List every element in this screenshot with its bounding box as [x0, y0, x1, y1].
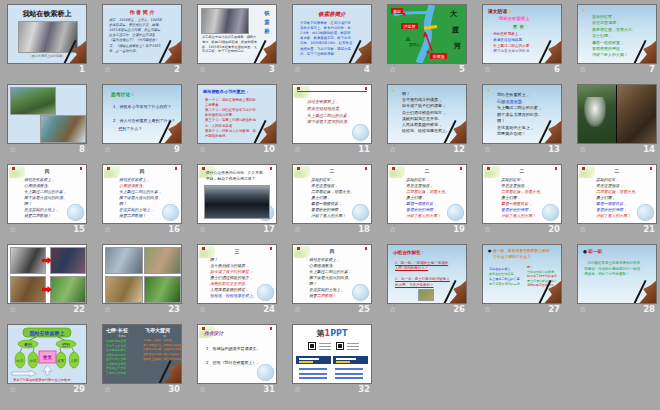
transition-star-icon[interactable]: ☆ [104, 226, 111, 234]
slide-thumbnail-26[interactable]: 小组合作探究：1、想一想：“英雄的土地”“英雄的人民”各指的是什么？ 2、说一说… [388, 245, 466, 303]
transition-star-icon[interactable]: ☆ [579, 146, 586, 154]
slide-thumbnail-9[interactable]: 思考讨论：1、诗歌各小节各写了什么内容？ 2、诗人站在铁索桥上看到了什么？ 想到… [103, 85, 181, 143]
slide-cell-21[interactable]: 二英雄的红军，曾在这里强渡，高举着红旗，迎着火光。勇士们哪，攀着一根根铁索，冒着… [578, 165, 656, 236]
transition-star-icon[interactable]: ☆ [9, 306, 16, 314]
slide-cell-23[interactable]: ☆23 [103, 245, 181, 316]
slide-thumbnail-17[interactable]: 是什么让作者内心澎湃，久久不能平静，触动了作者心海之波？ [198, 165, 276, 223]
slide-cell-2[interactable]: 作 者 简 介顾工，1928年生，上海人。1945年参加新四军，曾任报社记者、编… [103, 5, 181, 76]
slide-text-line: 涌激荡，唱出了心中的赞歌！ [584, 272, 640, 278]
transition-star-icon[interactable]: ☆ [104, 66, 111, 74]
transition-star-icon[interactable]: ☆ [9, 386, 16, 394]
transition-star-icon[interactable]: ☆ [199, 226, 206, 234]
slide-cell-8[interactable]: ☆8 [8, 85, 86, 156]
transition-star-icon[interactable]: ☆ [484, 146, 491, 154]
slide-thumbnail-20[interactable]: 二英雄的红军，曾在这里强渡，高举着红旗，迎着火光。勇士们哪，攀着一根根铁索，冒着… [483, 165, 561, 223]
slide-cell-1[interactable]: 我站在铁索桥上（图为大渡河上的泸定桥）1 [8, 5, 86, 76]
transition-star-icon[interactable]: ☆ [294, 386, 301, 394]
slide-cell-17[interactable]: 是什么让作者内心澎湃，久久不能平静，触动了作者心海之波？☆17 [198, 165, 276, 236]
slide-footer: ☆20 [483, 223, 561, 236]
slide-cell-28[interactable]: ● 听一听 我们被红军勇士英勇无畏的精神深深感动，作者的心潮也和我们一样汹涌激荡… [578, 245, 656, 316]
slide-cell-26[interactable]: 小组合作探究：1、想一想：“英雄的土地”“英雄的人民”各指的是什么？ 2、说一说… [388, 245, 466, 316]
transition-star-icon[interactable]: ☆ [104, 146, 111, 154]
slide-thumbnail-21[interactable]: 二英雄的红军，曾在这里强渡，高举着红旗，迎着火光。勇士们哪，攀着一根根铁索，冒着… [578, 165, 656, 223]
slide-thumbnail-11[interactable]: 一我站在铁索桥上，桥身在轻轻地摇晃。头上飘过二郎山的云雾，脚下滚着大渡河的白浪。 [293, 85, 371, 143]
slide-thumbnail-31[interactable]: 作业设计1、有感情的朗读并背诵课文。 2、仿写《我站在铁索桥上》。 [198, 325, 276, 383]
slide-thumbnail-8[interactable] [8, 85, 86, 143]
slide-thumbnail-29[interactable]: 我站在铁索桥上看到想到白云白浪红军人民赞美表达了对英雄的赞美和对美好生活的热爱。 [8, 325, 86, 383]
slide-cell-15[interactable]: 四我站在铁索桥上，心潮汹涌激荡。头上飘过二郎山的云雾，脚下滚着大渡河的白浪。啊！… [8, 165, 86, 236]
slide-cell-20[interactable]: 二英雄的红军，曾在这里强渡，高举着红旗，迎着火光。勇士们哪，攀着一根根铁索，冒着… [483, 165, 561, 236]
slide-cell-29[interactable]: 我站在铁索桥上看到想到白云白浪红军人民赞美表达了对英雄的赞美和对美好生活的热爱。… [8, 325, 86, 396]
slide-cell-4[interactable]: 铁索桥简介泸定桥又叫铁索桥，在四川省泸定县的大渡河上。桥长约100米，宽2.8米… [293, 5, 371, 76]
slide-thumbnail-15[interactable]: 四我站在铁索桥上，心潮汹涌激荡。头上飘过二郎山的云雾，脚下滚着大渡河的白浪。啊！… [8, 165, 86, 223]
slide-cell-13[interactable]: ★我站在铁索桥上，心潮汹涌激荡。头上飘过二郎山的云雾，脚下滚着大渡河的白浪。啊！… [483, 85, 561, 156]
slide-thumbnail-14[interactable] [578, 85, 656, 143]
transition-star-icon[interactable]: ☆ [294, 226, 301, 234]
transition-star-icon[interactable]: ☆ [9, 226, 16, 234]
slide-cell-19[interactable]: 二英雄的红军，曾在这里强渡，高举着红旗，迎着火光。勇士们哪，攀着一根根铁索，冒着… [388, 165, 466, 236]
slide-cell-9[interactable]: 思考讨论：1、诗歌各小节各写了什么内容？ 2、诗人站在铁索桥上看到了什么？ 想到… [103, 85, 181, 156]
hand-with-brush-image [636, 279, 656, 303]
transition-star-icon[interactable]: ☆ [579, 226, 586, 234]
slide-thumbnail-1[interactable]: 我站在铁索桥上（图为大渡河上的泸定桥） [8, 5, 86, 63]
slide-thumbnail-16[interactable]: 四我站在铁索桥上，心潮汹涌激荡。头上飘过二郎山的云雾，脚下滚着大渡河的白浪。啊！… [103, 165, 181, 223]
slide-thumbnail-22[interactable] [8, 245, 86, 303]
slide-thumbnail-3[interactable]: 铁索桥泸定桥位于四川省泸定县城西，横跨大渡河，桥由13根铁链组成，桥面铺着木板。… [198, 5, 276, 63]
transition-star-icon[interactable]: ☆ [199, 306, 206, 314]
transition-star-icon[interactable]: ☆ [199, 146, 206, 154]
slide-cell-6[interactable]: 课文朗读 ★我站在铁索桥上赏 析· 我站在铁索桥上，· 桥身在轻轻地摇晃。· 头… [483, 5, 561, 76]
slide-text-line: 湍急。1935年5月29日，红军长征 [300, 41, 352, 46]
slide-cell-24[interactable]: 三啊！当年激烈战斗的楼房，如今成了孩子们的课堂；勇士们洒过鲜血的地方，满树的梨花… [198, 245, 276, 316]
slide-cell-11[interactable]: 一我站在铁索桥上，桥身在轻轻地摇晃。头上飘过二郎山的云雾，脚下滚着大渡河的白浪。… [293, 85, 371, 156]
slide-thumbnail-6[interactable]: 课文朗读 ★我站在铁索桥上赏 析· 我站在铁索桥上，· 桥身在轻轻地摇晃。· 头… [483, 5, 561, 63]
slide-cell-7[interactable]: ★英雄的红军，曾在这里强渡，高举着红旗，迎着火光。勇士们哪，攀着一根根铁索，冒着… [578, 5, 656, 76]
slide-thumbnail-10[interactable]: 概括诗歌各小节的意思：第一小节：写站在铁索桥上看到的美丽景象。第二小节：回忆红军… [198, 85, 276, 143]
slide-cell-32[interactable]: 第1PPT☆32 [293, 325, 371, 396]
slide-cell-18[interactable]: 二英雄的红军，曾在这里强渡，高举着红旗，迎着火光。勇士们哪，攀着一根根铁索，冒着… [293, 165, 371, 236]
slide-cell-16[interactable]: 四我站在铁索桥上，心潮汹涌激荡。头上飘过二郎山的云雾，脚下滚着大渡河的白浪。啊！… [103, 165, 181, 236]
slide-thumbnail-24[interactable]: 三啊！当年激烈战斗的楼房，如今成了孩子们的课堂；勇士们洒过鲜血的地方，满树的梨花… [198, 245, 276, 303]
slide-thumbnail-28[interactable]: ● 听一听 我们被红军勇士英勇无畏的精神深深感动，作者的心潮也和我们一样汹涌激荡… [578, 245, 656, 303]
slide-cell-12[interactable]: ★啊！当年激烈战斗的楼房，如今成了孩子们的课堂；勇士们洒过鲜血的地方，满树的梨花… [388, 85, 466, 156]
slide-thumbnail-5[interactable]: 康定泸定桥贡嘎山安顺场大渡河 [388, 5, 466, 63]
transition-star-icon[interactable]: ☆ [579, 66, 586, 74]
transition-star-icon[interactable]: ☆ [389, 226, 396, 234]
slide-thumbnail-2[interactable]: 作 者 简 介顾工，1928年生，上海人。1945年参加新四军，曾任报社记者、编… [103, 5, 181, 63]
transition-star-icon[interactable]: ☆ [484, 66, 491, 74]
slide-cell-5[interactable]: 康定泸定桥贡嘎山安顺场大渡河☆5 [388, 5, 466, 76]
transition-star-icon[interactable]: ☆ [104, 306, 111, 314]
slide-thumbnail-19[interactable]: 二英雄的红军，曾在这里强渡，高举着红旗，迎着火光。勇士们哪，攀着一根根铁索，冒着… [388, 165, 466, 223]
transition-star-icon[interactable]: ☆ [9, 146, 16, 154]
slide-thumbnail-32[interactable]: 第1PPT [293, 325, 371, 383]
slide-cell-14[interactable]: ☆14 [578, 85, 656, 156]
slide-cell-30[interactable]: 七律·长征毛泽东飞夺大渡河词红军不怕远征难，万水千山只等闲。五岭逶迤腾细浪，乌蒙… [103, 325, 181, 396]
transition-star-icon[interactable]: ☆ [579, 306, 586, 314]
transition-star-icon[interactable]: ☆ [389, 146, 396, 154]
transition-star-icon[interactable]: ☆ [104, 386, 111, 394]
transition-star-icon[interactable]: ☆ [484, 306, 491, 314]
transition-star-icon[interactable]: ☆ [199, 386, 206, 394]
slide-thumbnail-4[interactable]: 铁索桥简介泸定桥又叫铁索桥，在四川省泸定县的大渡河上。桥长约100米，宽2.8米… [293, 5, 371, 63]
transition-star-icon[interactable]: ☆ [294, 146, 301, 154]
slide-cell-22[interactable]: ☆22 [8, 245, 86, 316]
slide-thumbnail-13[interactable]: ★我站在铁索桥上，心潮汹涌激荡。头上飘过二郎山的云雾，脚下滚着大渡河的白浪。啊！… [483, 85, 561, 143]
slide-thumbnail-25[interactable]: 四我站在铁索桥上，心潮汹涌激荡。头上飘过二郎山的云雾，脚下滚着大渡河的白浪。啊！… [293, 245, 371, 303]
transition-star-icon[interactable]: ☆ [294, 66, 301, 74]
transition-star-icon[interactable]: ☆ [199, 66, 206, 74]
slide-thumbnail-18[interactable]: 二英雄的红军，曾在这里强渡，高举着红旗，迎着火光。勇士们哪，攀着一根根铁索，冒着… [293, 165, 371, 223]
slide-cell-25[interactable]: 四我站在铁索桥上，心潮汹涌激荡。头上飘过二郎山的云雾，脚下滚着大渡河的白浪。啊！… [293, 245, 371, 316]
slide-cell-31[interactable]: 作业设计1、有感情的朗读并背诵课文。 2、仿写《我站在铁索桥上》。☆31 [198, 325, 276, 396]
slide-thumbnail-30[interactable]: 七律·长征毛泽东飞夺大渡河词红军不怕远征难，万水千山只等闲。五岭逶迤腾细浪，乌蒙… [103, 325, 181, 383]
slide-thumbnail-12[interactable]: ★啊！当年激烈战斗的楼房，如今成了孩子们的课堂；勇士们洒过鲜血的地方，满树的梨花… [388, 85, 466, 143]
slide-thumbnail-27[interactable]: ● 读一读，看看作者在铁索桥上看到 了什么？想到了什么？· 我站在铁索桥上，· … [483, 245, 561, 303]
slide-cell-27[interactable]: ● 读一读，看看作者在铁索桥上看到 了什么？想到了什么？· 我站在铁索桥上，· … [483, 245, 561, 316]
slide-cell-3[interactable]: 铁索桥泸定桥位于四川省泸定县城西，横跨大渡河，桥由13根铁链组成，桥面铺着木板。… [198, 5, 276, 76]
transition-star-icon[interactable]: ☆ [294, 306, 301, 314]
slide-text-line: 2、说一说：勇士们是怎样冲破敌人 [395, 277, 450, 282]
slide-cell-10[interactable]: 概括诗歌各小节的意思：第一小节：写站在铁索桥上看到的美丽景象。第二小节：回忆红军… [198, 85, 276, 156]
slide-thumbnail-7[interactable]: ★英雄的红军，曾在这里强渡，高举着红旗，迎着火光。勇士们哪，攀着一根根铁索，冒着… [578, 5, 656, 63]
transition-star-icon[interactable]: ☆ [484, 226, 491, 234]
transition-star-icon[interactable]: ☆ [389, 66, 396, 74]
slide-thumbnail-23[interactable] [103, 245, 181, 303]
transition-star-icon[interactable]: ☆ [389, 306, 396, 314]
